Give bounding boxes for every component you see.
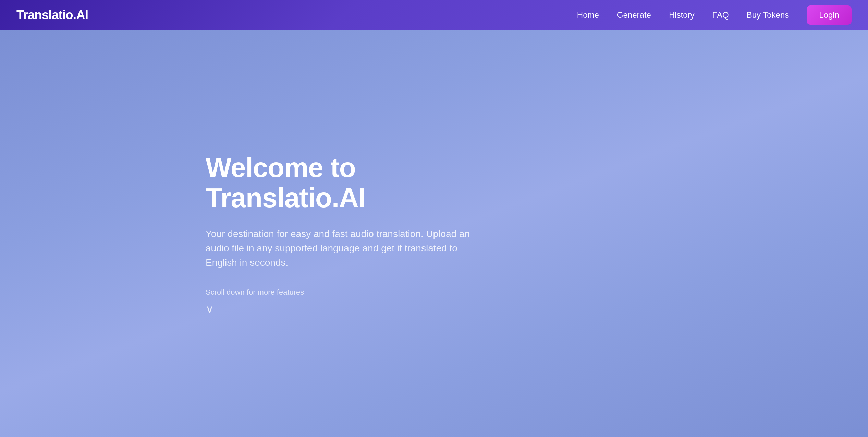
- nav-link-history[interactable]: History: [669, 10, 695, 20]
- brand-logo: Translatio.AI: [16, 8, 88, 22]
- nav-link-faq[interactable]: FAQ: [712, 10, 729, 20]
- hero-content: Welcome to Translatio.AI Your destinatio…: [206, 153, 514, 315]
- hero-scroll-text: Scroll down for more features: [206, 288, 514, 297]
- login-button[interactable]: Login: [807, 5, 852, 25]
- nav-link-generate[interactable]: Generate: [617, 10, 651, 20]
- nav-links: Home Generate History FAQ Buy Tokens Log…: [577, 5, 852, 25]
- hero-title: Welcome to Translatio.AI: [206, 153, 514, 213]
- nav-link-home[interactable]: Home: [577, 10, 599, 20]
- navbar: Translatio.AI Home Generate History FAQ …: [0, 0, 868, 30]
- chevron-down-icon[interactable]: ∨: [206, 304, 514, 315]
- hero-section: Welcome to Translatio.AI Your destinatio…: [0, 30, 868, 437]
- hero-subtitle: Your destination for easy and fast audio…: [206, 227, 487, 270]
- nav-link-buy-tokens[interactable]: Buy Tokens: [747, 10, 789, 20]
